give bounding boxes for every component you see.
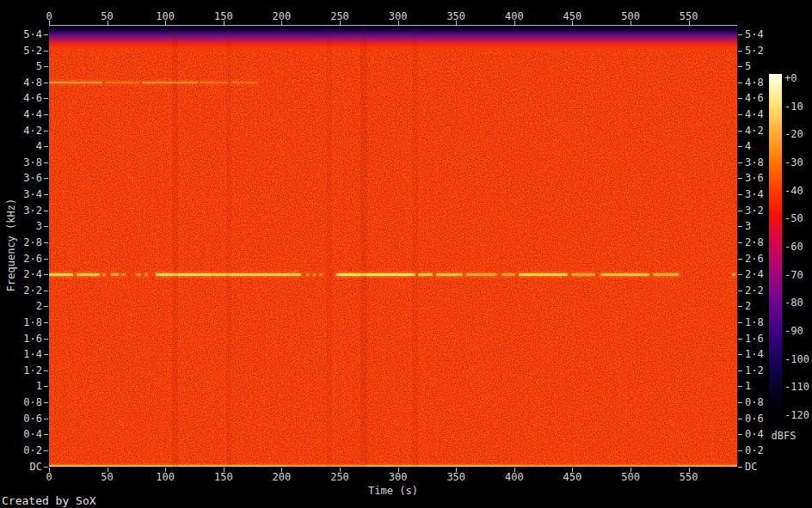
y-tick-label: 3·4 (745, 189, 764, 200)
y-tick-label: 1·6 (7, 334, 42, 345)
x-tick-label: 0 (46, 472, 52, 483)
spectrogram-plot (49, 26, 737, 467)
y-tick (44, 419, 48, 419)
x-tick-label: 350 (446, 472, 465, 483)
tone-segment (436, 273, 463, 276)
y-tick-label: 3·8 (7, 157, 42, 168)
tone-segment (142, 82, 198, 83)
y-tick (738, 291, 742, 291)
y-tick (44, 98, 48, 99)
tone-segment (306, 273, 310, 276)
tone-segment (136, 273, 140, 276)
y-tick (44, 434, 48, 435)
y-tick-label: 5 (7, 61, 42, 72)
x-tick-label: 200 (273, 11, 292, 22)
y-tick-label: 2 (745, 301, 751, 312)
x-tick-label: 550 (680, 472, 698, 483)
y-tick-label: 4·2 (7, 125, 42, 137)
x-tick-label: 100 (156, 11, 175, 22)
colorbar-tick-label: -70 (784, 270, 803, 281)
y-tick (44, 242, 48, 243)
tone-segment (145, 273, 148, 276)
colorbar-tick-label: -110 (784, 382, 809, 393)
tone-segment (571, 273, 595, 276)
tone-segment (111, 273, 119, 276)
y-axis-title: Frequency (kHz) (5, 189, 17, 301)
y-tick-label: 1 (745, 381, 751, 392)
y-tick (44, 467, 48, 468)
tone-segment (732, 273, 735, 276)
tone-segment (231, 82, 258, 83)
y-tick-label: 4·4 (7, 109, 42, 120)
y-tick (44, 114, 48, 115)
tone-segment (49, 82, 102, 83)
tone-segment (653, 273, 680, 276)
tone-segment (49, 273, 73, 276)
y-tick (44, 306, 48, 307)
y-tick-label: 0·2 (745, 445, 764, 456)
colorbar-tick-label: -30 (784, 157, 803, 168)
x-tick-label: 150 (214, 11, 233, 22)
y-tick-label: 2·4 (745, 269, 764, 280)
x-tick-label: 400 (505, 11, 524, 22)
x-tick-label: 200 (273, 472, 292, 483)
y-tick-label: 1·2 (7, 365, 42, 376)
y-tick-label: 5·4 (7, 29, 42, 40)
vertical-stripe (172, 26, 178, 467)
credit-text: Created by SoX (2, 494, 96, 507)
y-tick (44, 162, 48, 163)
y-tick-label: DC (7, 462, 42, 473)
colorbar-tick-label: -40 (784, 186, 803, 197)
x-tick-label: 300 (389, 472, 408, 483)
lowpass-rolloff-band (49, 26, 737, 51)
tone-segment (600, 273, 649, 276)
y-tick (738, 419, 742, 419)
y-tick (738, 114, 742, 115)
y-tick-label: 2·6 (745, 254, 764, 265)
y-tick-label: 2·2 (745, 285, 764, 297)
colorbar-tick-label: -20 (784, 129, 803, 140)
x-tick-label: 350 (446, 11, 465, 22)
y-tick (44, 66, 48, 67)
y-tick (44, 402, 48, 403)
y-tick (44, 370, 48, 371)
tone-segment (200, 82, 228, 83)
x-tick-label: 250 (330, 11, 349, 22)
x-tick-label: 50 (101, 11, 113, 22)
y-tick-label: 0·4 (7, 429, 42, 440)
x-tick-label: 450 (563, 11, 582, 22)
y-tick-label: 0·2 (7, 445, 42, 456)
y-tick (44, 322, 48, 323)
y-tick-label: 5 (745, 61, 751, 72)
tone-segment (313, 273, 316, 276)
y-tick-label: 3·6 (745, 173, 764, 184)
y-tick-label: 4·2 (745, 125, 764, 137)
y-tick (44, 450, 48, 451)
y-tick (738, 66, 742, 67)
y-tick-label: 0·8 (7, 397, 42, 408)
y-tick (738, 306, 742, 307)
y-tick-label: 2 (7, 301, 42, 312)
y-tick (738, 386, 742, 387)
x-axis-title: Time (s) (49, 485, 737, 497)
y-tick-label: 5·2 (7, 46, 42, 57)
y-tick-label: 0·6 (745, 413, 764, 425)
y-tick (738, 226, 742, 227)
y-tick-label: 1·6 (745, 334, 764, 345)
colorbar-tick-label: -120 (784, 410, 809, 421)
y-tick-label: 1·8 (745, 317, 764, 328)
y-tick (44, 291, 48, 291)
x-tick-label: 150 (214, 472, 233, 483)
x-tick-label: 50 (101, 472, 113, 483)
y-tick (44, 83, 48, 83)
y-tick (738, 467, 742, 468)
y-tick (738, 339, 742, 340)
y-tick-label: 3·2 (745, 205, 764, 217)
vertical-stripe (226, 26, 232, 467)
x-tick-label: 500 (621, 472, 640, 483)
colorbar (769, 74, 782, 411)
vertical-stripe (327, 26, 331, 467)
y-tick-label: 4·4 (745, 109, 764, 120)
y-tick (738, 434, 742, 435)
sox-spectrogram: 0050501001001501502002002502503003003503… (0, 0, 812, 508)
